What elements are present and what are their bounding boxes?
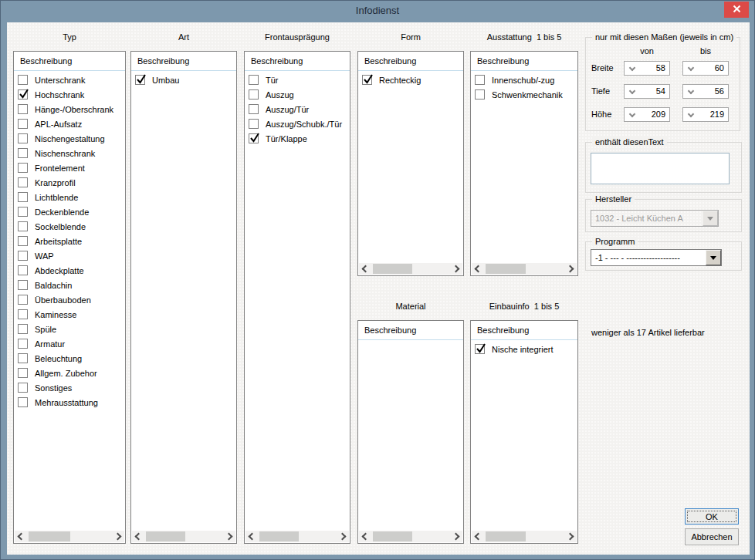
checkbox-icon[interactable] <box>18 148 28 158</box>
scroll-right-icon[interactable] <box>452 533 460 541</box>
scroll-left-icon[interactable] <box>362 265 370 273</box>
checkbox-icon[interactable] <box>18 119 28 129</box>
scroll-left-icon[interactable] <box>249 533 256 541</box>
scroll-left-icon[interactable] <box>362 533 370 541</box>
breite-bis-field[interactable]: 60 <box>682 61 729 76</box>
programm-value[interactable]: -1 - --- - ------------------- <box>591 249 722 266</box>
list-item[interactable]: Frontelement <box>14 160 125 175</box>
list-item[interactable]: Kranzprofil <box>14 175 125 190</box>
checkbox-icon[interactable] <box>475 89 485 100</box>
titlebar[interactable]: Infodienst <box>1 1 754 22</box>
checkbox-icon[interactable] <box>18 280 28 290</box>
horizontal-scrollbar[interactable] <box>15 531 124 542</box>
list-item[interactable]: Auszug/Tür <box>245 102 350 116</box>
horizontal-scrollbar[interactable] <box>245 531 349 542</box>
scroll-right-icon[interactable] <box>225 533 233 541</box>
list-item[interactable]: Tür <box>245 73 350 87</box>
checkbox-icon[interactable] <box>475 75 485 85</box>
text-filter-input[interactable] <box>591 153 730 184</box>
list-item[interactable]: Nischenschrank <box>14 146 125 160</box>
scroll-right-icon[interactable] <box>567 533 574 541</box>
chevron-down-icon[interactable] <box>688 65 694 71</box>
list-item[interactable]: Umbau <box>131 73 236 87</box>
list-item[interactable]: Spüle <box>14 322 125 336</box>
list-item[interactable]: Innenschub/-zug <box>471 73 577 87</box>
checkbox-icon[interactable] <box>18 236 28 246</box>
checkbox-icon[interactable] <box>18 368 28 378</box>
list-item[interactable]: Hänge-/Oberschrank <box>14 102 125 116</box>
checkbox-icon[interactable] <box>18 324 28 334</box>
scroll-left-icon[interactable] <box>475 533 482 541</box>
close-button[interactable] <box>724 2 749 18</box>
horizontal-scrollbar[interactable] <box>132 531 235 542</box>
scroll-thumb[interactable] <box>486 531 526 541</box>
scroll-thumb[interactable] <box>259 531 299 541</box>
scroll-thumb[interactable] <box>486 264 526 274</box>
cancel-button[interactable]: Abbrechen <box>685 528 739 545</box>
checkbox-checked-icon[interactable] <box>18 89 28 100</box>
chevron-down-icon[interactable] <box>688 88 694 94</box>
checkbox-checked-icon[interactable] <box>475 344 485 354</box>
list-item[interactable]: Auszug/Schubk./Tür <box>245 116 350 131</box>
scroll-left-icon[interactable] <box>475 265 482 273</box>
scroll-thumb[interactable] <box>373 264 412 274</box>
list-item[interactable]: Deckenblende <box>14 204 125 219</box>
list-item[interactable]: APL-Aufsatz <box>14 116 125 131</box>
checkbox-icon[interactable] <box>18 383 28 393</box>
list-item[interactable]: Kaminesse <box>14 307 125 322</box>
checkbox-icon[interactable] <box>18 163 28 173</box>
list-item[interactable]: Sonstiges <box>14 380 125 395</box>
scroll-right-icon[interactable] <box>114 533 122 541</box>
checkbox-icon[interactable] <box>18 75 28 85</box>
scroll-right-icon[interactable] <box>452 265 460 273</box>
scroll-thumb[interactable] <box>373 531 412 541</box>
hoehe-bis-field[interactable]: 219 <box>682 107 729 122</box>
list-item[interactable]: Baldachin <box>14 278 125 292</box>
list-item[interactable]: Auszug <box>245 87 350 102</box>
programm-combobox[interactable]: -1 - --- - ------------------- <box>591 249 722 266</box>
checkbox-icon[interactable] <box>18 309 28 319</box>
checkbox-icon[interactable] <box>18 339 28 349</box>
list-item[interactable]: Nische integriert <box>471 342 577 356</box>
scroll-thumb[interactable] <box>29 531 70 541</box>
list-item[interactable]: Rechteckig <box>358 73 463 87</box>
list-item[interactable]: Tür/Klappe <box>245 131 350 146</box>
list-item[interactable]: Hochschrank <box>14 87 125 102</box>
chevron-down-icon[interactable] <box>629 111 635 117</box>
chevron-down-icon[interactable] <box>688 111 694 117</box>
chevron-down-icon[interactable] <box>629 88 635 94</box>
checkbox-checked-icon[interactable] <box>249 133 259 143</box>
programm-dropdown-button[interactable] <box>706 250 721 265</box>
checkbox-icon[interactable] <box>18 295 28 305</box>
list-item[interactable]: Schwenkmechanik <box>471 87 577 102</box>
list-item[interactable]: Nischengestaltung <box>14 131 125 146</box>
list-item[interactable]: Allgem. Zubehor <box>14 366 125 380</box>
horizontal-scrollbar[interactable] <box>359 531 462 542</box>
list-item[interactable]: Armatur <box>14 336 125 351</box>
checkbox-icon[interactable] <box>18 133 28 143</box>
list-item[interactable]: Sockelblende <box>14 219 125 234</box>
checkbox-checked-icon[interactable] <box>135 75 145 85</box>
horizontal-scrollbar[interactable] <box>359 263 462 275</box>
list-item[interactable]: Beleuchtung <box>14 351 125 366</box>
checkbox-icon[interactable] <box>18 104 28 114</box>
checkbox-icon[interactable] <box>249 75 259 85</box>
scroll-right-icon[interactable] <box>567 265 574 273</box>
tiefe-von-field[interactable]: 54 <box>624 84 670 99</box>
checkbox-icon[interactable] <box>249 89 259 100</box>
breite-von-field[interactable]: 58 <box>624 61 670 76</box>
checkbox-icon[interactable] <box>18 353 28 363</box>
checkbox-icon[interactable] <box>18 192 28 202</box>
chevron-down-icon[interactable] <box>629 65 635 71</box>
ok-button[interactable]: OK <box>685 508 739 525</box>
checkbox-icon[interactable] <box>18 177 28 187</box>
scroll-right-icon[interactable] <box>339 533 347 541</box>
list-item[interactable]: Arbeitsplatte <box>14 234 125 248</box>
list-item[interactable]: Lichtblende <box>14 190 125 204</box>
checkbox-icon[interactable] <box>18 221 28 231</box>
list-item[interactable]: Abdeckplatte <box>14 263 125 278</box>
list-item[interactable]: Unterschrank <box>14 73 125 87</box>
horizontal-scrollbar[interactable] <box>472 531 577 542</box>
list-item[interactable]: Mehrausstattung <box>14 395 125 410</box>
checkbox-icon[interactable] <box>18 265 28 275</box>
